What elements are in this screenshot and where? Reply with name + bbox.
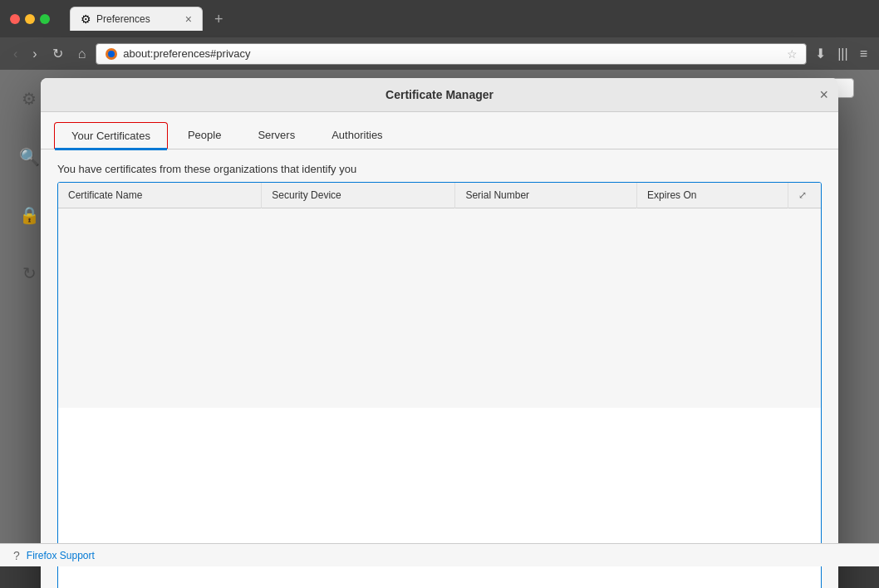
tab-close-button[interactable]: ×	[185, 13, 192, 25]
svg-point-1	[108, 51, 115, 57]
tab-title-text: Preferences	[96, 13, 180, 25]
refresh-button[interactable]: ↻	[47, 42, 68, 65]
tab-authorities[interactable]: Authorities	[315, 122, 399, 149]
modal-title-text: Certificate Manager	[385, 88, 494, 101]
minimize-window-button[interactable]	[25, 14, 35, 24]
back-button[interactable]: ‹	[8, 43, 22, 65]
tab-settings-icon: ⚙	[81, 12, 91, 26]
maximize-window-button[interactable]	[40, 14, 50, 24]
certificate-table-wrapper: Certificate Name Security Device Serial …	[57, 182, 822, 588]
active-tab[interactable]: ⚙ Preferences ×	[70, 7, 203, 31]
traffic-lights	[10, 14, 50, 24]
certificate-tabs: Your Certificates People Servers Authori…	[41, 112, 838, 149]
new-tab-button[interactable]: +	[208, 8, 230, 30]
tab-servers[interactable]: Servers	[241, 122, 312, 149]
firefox-support-bar: ? Firefox Support	[0, 543, 879, 566]
browser-chrome: ⚙ Preferences × + ‹ › ↻ ⌂ about:preferen…	[0, 0, 879, 70]
question-icon: ?	[13, 549, 20, 562]
col-serial-number: Serial Number	[455, 183, 637, 208]
col-resize: ⤢	[788, 183, 821, 208]
tab-people[interactable]: People	[171, 122, 238, 149]
resize-icon: ⤢	[798, 189, 807, 201]
col-cert-name: Certificate Name	[58, 183, 262, 208]
address-bar[interactable]: about:preferences#privacy ☆	[96, 43, 807, 65]
modal-overlay: Certificate Manager × Your Certificates …	[0, 70, 879, 566]
tab-your-certificates[interactable]: Your Certificates	[54, 122, 168, 149]
firefox-support-link[interactable]: Firefox Support	[27, 550, 95, 561]
certificate-manager-dialog: Certificate Manager × Your Certificates …	[41, 78, 838, 588]
tab-bar: ⚙ Preferences × +	[63, 7, 869, 31]
home-button[interactable]: ⌂	[73, 43, 91, 65]
certificate-table-body	[58, 208, 821, 408]
modal-body: Your Certificates People Servers Authori…	[41, 112, 838, 588]
firefox-logo-icon	[105, 47, 118, 61]
close-window-button[interactable]	[10, 14, 20, 24]
modal-close-button[interactable]: ×	[819, 87, 828, 102]
table-header-row: Certificate Name Security Device Serial …	[58, 183, 821, 208]
toolbar-right: ⬇ ||| ≡	[812, 42, 871, 65]
address-text: about:preferences#privacy	[123, 47, 782, 60]
col-security-device: Security Device	[262, 183, 455, 208]
certificate-table: Certificate Name Security Device Serial …	[58, 183, 821, 408]
menu-button[interactable]: ≡	[857, 43, 871, 65]
navigation-bar: ‹ › ↻ ⌂ about:preferences#privacy ☆ ⬇ ||…	[0, 37, 879, 70]
col-expires-on: Expires On	[637, 183, 788, 208]
forward-button[interactable]: ›	[27, 43, 42, 65]
modal-header: Certificate Manager ×	[41, 78, 838, 112]
bookmark-star-button[interactable]: ☆	[787, 47, 798, 61]
download-button[interactable]: ⬇	[812, 42, 829, 65]
title-bar: ⚙ Preferences × +	[0, 0, 879, 37]
library-button[interactable]: |||	[834, 43, 851, 65]
cert-description-text: You have certificates from these organiz…	[41, 149, 838, 182]
page-background: 🔍 Find in Preferences ⚙ 🔍 🔒 ↻ Certificat…	[0, 70, 879, 566]
